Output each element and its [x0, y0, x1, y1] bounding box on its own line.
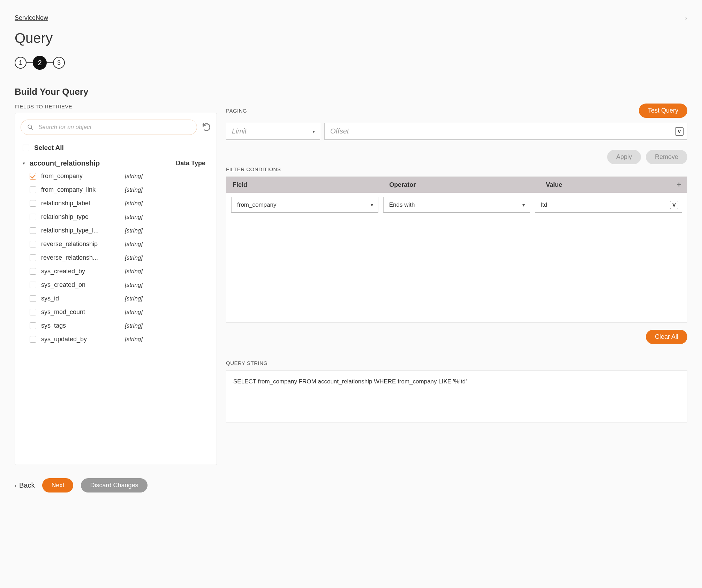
field-row[interactable]: reverse_relationsh...[string] [21, 251, 211, 265]
section-title: Build Your Query [15, 86, 687, 97]
field-row[interactable]: sys_mod_count[string] [21, 305, 211, 319]
variable-icon[interactable]: V [675, 127, 684, 136]
svg-line-1 [31, 128, 33, 130]
search-input-wrap[interactable] [21, 120, 197, 135]
step-1[interactable]: 1 [15, 57, 27, 69]
field-name: relationship_label [41, 200, 125, 207]
variable-icon[interactable]: V [670, 201, 678, 209]
step-connector [47, 62, 53, 63]
field-checkbox[interactable] [30, 268, 36, 275]
field-row[interactable]: sys_id[string] [21, 292, 211, 305]
field-type: [string] [125, 282, 146, 289]
field-name: reverse_relationship [41, 240, 125, 248]
field-row[interactable]: from_company[string] [21, 169, 211, 183]
select-all-label: Select All [34, 144, 64, 152]
field-name: sys_created_by [41, 268, 125, 275]
field-row[interactable]: sys_created_by[string] [21, 265, 211, 278]
field-type: [string] [125, 186, 146, 193]
filter-col-value: Value [539, 181, 671, 189]
field-type: [string] [125, 268, 146, 275]
clear-all-button[interactable]: Clear All [646, 330, 687, 344]
filter-operator-select[interactable]: Ends with▾ [383, 197, 530, 213]
field-checkbox[interactable] [30, 254, 36, 261]
chevron-left-icon: ‹ [15, 482, 16, 488]
filter-table: Field Operator Value + from_company▾Ends… [226, 176, 687, 323]
back-label: Back [19, 481, 35, 489]
field-name: sys_updated_by [41, 336, 125, 343]
field-type: [string] [125, 241, 146, 248]
field-checkbox[interactable] [30, 336, 36, 343]
filter-condition-row: from_company▾Ends with▾V [226, 193, 687, 217]
field-type: [string] [125, 295, 146, 302]
field-checkbox[interactable] [30, 200, 36, 207]
field-name: reverse_relationsh... [41, 254, 125, 261]
next-button[interactable]: Next [42, 478, 73, 492]
fields-heading: FIELDS TO RETRIEVE [15, 104, 217, 109]
step-3[interactable]: 3 [53, 57, 65, 69]
field-type: [string] [125, 322, 146, 329]
refresh-icon[interactable] [202, 123, 211, 132]
stepper: 1 2 3 [15, 56, 687, 70]
chevron-right-icon: › [685, 14, 687, 22]
field-checkbox[interactable] [30, 214, 36, 220]
page-title: Query [15, 30, 687, 46]
field-row[interactable]: relationship_type_l...[string] [21, 224, 211, 237]
field-row[interactable]: from_company_link[string] [21, 183, 211, 197]
apply-button[interactable]: Apply [607, 150, 641, 164]
offset-input[interactable] [330, 127, 681, 135]
fields-panel: Select All ▾ account_relationship Data T… [15, 113, 217, 465]
search-icon [27, 124, 33, 130]
filter-col-operator: Operator [383, 181, 539, 189]
field-checkbox[interactable] [30, 309, 36, 315]
field-checkbox[interactable] [30, 227, 36, 234]
paging-heading: PAGING [226, 108, 247, 114]
breadcrumb-link[interactable]: ServiceNow [15, 14, 48, 22]
query-string-heading: QUERY STRING [226, 360, 687, 366]
filter-field-select[interactable]: from_company▾ [231, 197, 378, 213]
field-name: relationship_type [41, 213, 125, 221]
search-input[interactable] [38, 124, 190, 131]
field-type: [string] [125, 227, 146, 234]
remove-button[interactable]: Remove [646, 150, 687, 164]
step-2[interactable]: 2 [33, 56, 47, 70]
tree-caret-icon[interactable]: ▾ [23, 161, 28, 166]
table-name[interactable]: account_relationship [30, 159, 176, 167]
filter-value-input[interactable] [541, 201, 676, 208]
offset-input-wrap[interactable]: V [324, 123, 687, 140]
field-row[interactable]: relationship_type[string] [21, 210, 211, 224]
svg-point-0 [28, 125, 32, 129]
field-row[interactable]: sys_tags[string] [21, 319, 211, 333]
field-checkbox[interactable] [30, 241, 36, 247]
field-checkbox[interactable] [30, 322, 36, 329]
field-checkbox[interactable] [30, 173, 36, 180]
field-checkbox[interactable] [30, 186, 36, 193]
test-query-button[interactable]: Test Query [639, 104, 687, 118]
filter-value-input-wrap[interactable]: V [535, 197, 682, 213]
field-name: sys_id [41, 295, 125, 302]
field-name: sys_tags [41, 322, 125, 329]
field-type: [string] [125, 254, 146, 261]
back-button[interactable]: ‹ Back [15, 481, 35, 489]
field-name: sys_mod_count [41, 308, 125, 316]
field-name: from_company [41, 173, 125, 180]
field-type: [string] [125, 214, 146, 221]
filter-heading: FILTER CONDITIONS [226, 166, 687, 172]
field-row[interactable]: sys_updated_by[string] [21, 333, 211, 346]
select-all-checkbox[interactable] [23, 145, 29, 151]
discard-changes-button[interactable]: Discard Changes [81, 478, 147, 492]
limit-select[interactable]: Limit ▾ [226, 123, 320, 140]
chevron-down-icon: ▾ [312, 129, 315, 134]
field-row[interactable]: reverse_relationship[string] [21, 237, 211, 251]
field-name: from_company_link [41, 186, 125, 193]
field-row[interactable]: relationship_label[string] [21, 197, 211, 210]
field-checkbox[interactable] [30, 295, 36, 302]
field-type: [string] [125, 336, 146, 343]
field-name: sys_created_on [41, 281, 125, 289]
field-type: [string] [125, 173, 146, 180]
field-row[interactable]: sys_created_on[string] [21, 278, 211, 292]
add-filter-icon[interactable]: + [671, 180, 687, 189]
field-type: [string] [125, 200, 146, 207]
step-connector [27, 62, 33, 63]
field-checkbox[interactable] [30, 282, 36, 288]
filter-col-field: Field [226, 181, 383, 189]
